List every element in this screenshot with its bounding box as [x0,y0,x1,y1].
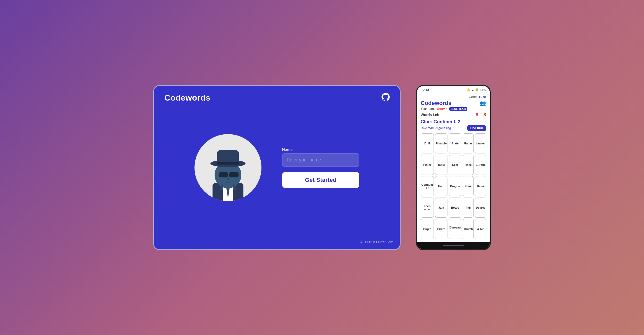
status-time: 12:13 [421,88,429,92]
word-cell[interactable]: Paper [463,133,474,153]
word-cell[interactable]: Fall [463,198,474,218]
spy-character [200,139,256,201]
word-cell[interactable]: Seal [449,155,461,175]
word-cell[interactable]: Drill [421,133,434,153]
word-cell[interactable]: Dinosau r [449,219,461,239]
word-cell[interactable]: Thumb [463,219,474,239]
flutter-badge-text: Built in FlutterFlow [365,240,393,244]
words-left-label: Words Left [421,113,439,117]
your-name-row: Your name: Souvik BLUE TEAM [421,107,486,111]
word-cell[interactable]: Dragon [449,176,461,196]
word-cell[interactable]: Pirate [435,219,447,239]
phone-content: Code: 1978 Codewords 👥 Your name: Souvik… [417,93,490,242]
team-badge: BLUE TEAM [449,107,467,111]
word-cell[interactable]: Point [463,176,474,196]
battery-pct: 61% [480,88,486,92]
get-started-button[interactable]: Get Started [282,172,359,188]
svg-rect-5 [219,172,228,177]
word-cell[interactable]: Table [435,155,447,175]
battery-icon: 🔋 [475,88,479,92]
your-name-label: Your name: [421,107,436,111]
svg-rect-6 [229,172,239,177]
code-value: 1978 [479,95,486,99]
word-cell[interactable]: Europe [475,155,486,175]
app-title-row: Codewords 👥 [421,100,486,107]
alarm-icon: 🔔 [467,88,470,92]
word-cell[interactable]: Bottle [449,198,461,218]
form-area: Name Get Started [282,147,359,188]
left-panel: Codewords [153,85,401,250]
guessing-row: Blue team is guessing... End turn [421,125,486,131]
word-cell[interactable]: Lawyer [475,133,486,153]
app-title-phone: Codewords [421,100,452,107]
svg-rect-11 [217,162,239,165]
code-line: Code: 1978 [421,95,486,99]
words-left-row: Words Left 9 – 8 [421,112,486,118]
app-title-left: Codewords [164,93,210,103]
svg-point-8 [227,178,229,180]
avatar [194,134,261,201]
name-input[interactable] [282,153,359,167]
home-indicator [443,245,464,246]
flutter-badge: Built in FlutterFlow [359,240,393,244]
word-cell[interactable]: State [449,133,461,153]
github-icon[interactable] [381,92,391,102]
code-label: Code: [469,95,478,99]
end-turn-button[interactable]: End turn [467,125,486,131]
word-cell[interactable]: Ham [435,176,447,196]
phone-home-bar [417,242,490,249]
flutter-icon [359,240,363,244]
right-panel: 12:13 🔔 ▲ 🔋 61% Code: 1978 Codewords 👥 Y… [416,85,491,250]
word-cell[interactable]: Rose [463,155,474,175]
words-left-score: 9 – 8 [476,112,486,118]
word-cell[interactable]: Bugle [421,219,434,239]
guessing-text: Blue team is guessing... [421,126,453,130]
name-label: Name [282,147,359,152]
users-icon[interactable]: 👥 [480,100,486,106]
name-field-wrap: Name [282,147,359,167]
word-cell[interactable]: Degree [475,198,486,218]
word-cell[interactable]: Triangle [435,133,447,153]
word-grid: DrillTriangleStatePaperLawyerPistolTable… [421,133,486,239]
word-cell[interactable]: Conduct or [421,176,434,196]
phone-status-bar: 12:13 🔔 ▲ 🔋 61% [417,86,490,93]
word-cell[interactable]: Hawk [475,176,486,196]
word-cell[interactable]: Loch ness [421,198,434,218]
word-cell[interactable]: Witch [475,219,486,239]
wifi-icon: ▲ [471,88,474,92]
status-icons: 🔔 ▲ 🔋 61% [467,88,486,92]
word-cell[interactable]: Jam [435,198,447,218]
center-content: Name Get Started [154,134,400,201]
player-name: Souvik [437,107,447,111]
word-cell[interactable]: Pistol [421,155,434,175]
clue-line: Clue: Continent, 2 [421,119,486,125]
